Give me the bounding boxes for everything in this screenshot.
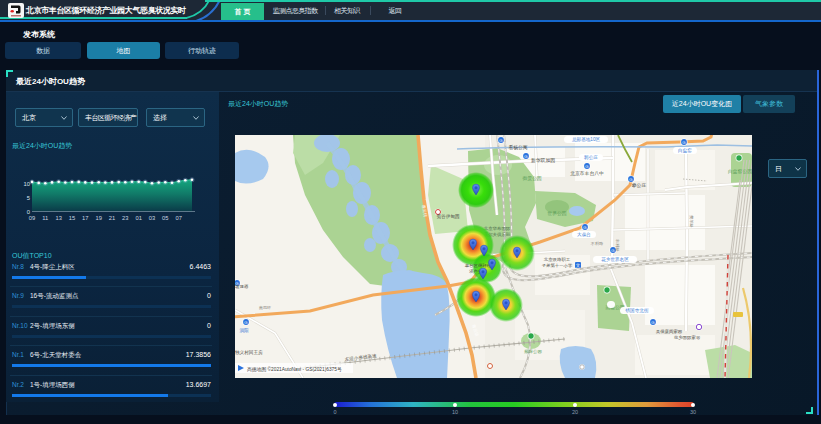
svg-text:北京铁路职工: 北京铁路职工: [544, 257, 571, 262]
svg-text:G: G: [244, 320, 247, 325]
svg-text:樊羊路: 樊羊路: [689, 215, 694, 228]
svg-text:G: G: [499, 138, 502, 143]
svg-text:21: 21: [109, 215, 115, 221]
svg-text:不科路: 不科路: [590, 241, 604, 246]
svg-text:G: G: [585, 164, 588, 169]
svg-text:文: 文: [576, 263, 581, 268]
svg-text:G: G: [583, 225, 586, 230]
svg-text:11: 11: [42, 215, 48, 221]
svg-text:G: G: [651, 320, 654, 325]
svg-text:频埠公园: 频埠公园: [524, 349, 542, 354]
svg-text:白盆窑公园: 白盆窑公园: [728, 168, 752, 174]
svg-text:攀公庄: 攀公庄: [632, 182, 647, 188]
svg-text:南四环: 南四环: [259, 305, 271, 310]
svg-text:13: 13: [55, 215, 61, 221]
svg-text:07: 07: [175, 215, 181, 221]
svg-text:5: 5: [27, 195, 30, 201]
svg-text:高德地图 ©2021AutoNavi - GS(2021)6: 高德地图 ©2021AutoNavi - GS(2021)6375号: [247, 366, 342, 373]
svg-text:丰台区循环经: 丰台区循环经: [465, 263, 492, 268]
svg-text:09: 09: [29, 215, 35, 221]
svg-text:15: 15: [69, 215, 75, 221]
svg-text:新华双加园: 新华双加园: [531, 157, 555, 163]
svg-text:大葆台: 大葆台: [577, 232, 591, 237]
svg-text:19: 19: [95, 215, 101, 221]
svg-text:23: 23: [122, 215, 128, 221]
svg-text:03: 03: [149, 215, 155, 221]
svg-text:子弟第十一小学: 子弟第十一小学: [542, 263, 573, 268]
svg-text:G: G: [682, 140, 685, 145]
svg-text:G: G: [629, 177, 632, 182]
svg-text:17: 17: [82, 215, 88, 221]
svg-text:01: 01: [135, 215, 141, 221]
svg-text:北京市丰台八中: 北京市丰台八中: [570, 170, 604, 177]
svg-text:御景公园: 御景公园: [522, 176, 541, 181]
svg-text:10: 10: [24, 181, 30, 187]
svg-text:G: G: [524, 154, 527, 159]
svg-text:G: G: [611, 248, 614, 253]
svg-text:丰科路: 丰科路: [615, 238, 620, 252]
svg-text:世界公园: 世界公园: [546, 211, 566, 216]
svg-text:05: 05: [162, 215, 168, 221]
svg-text:看杨公寓: 看杨公寓: [508, 144, 527, 151]
svg-text:坡堤酒: 坡堤酒: [235, 284, 249, 289]
